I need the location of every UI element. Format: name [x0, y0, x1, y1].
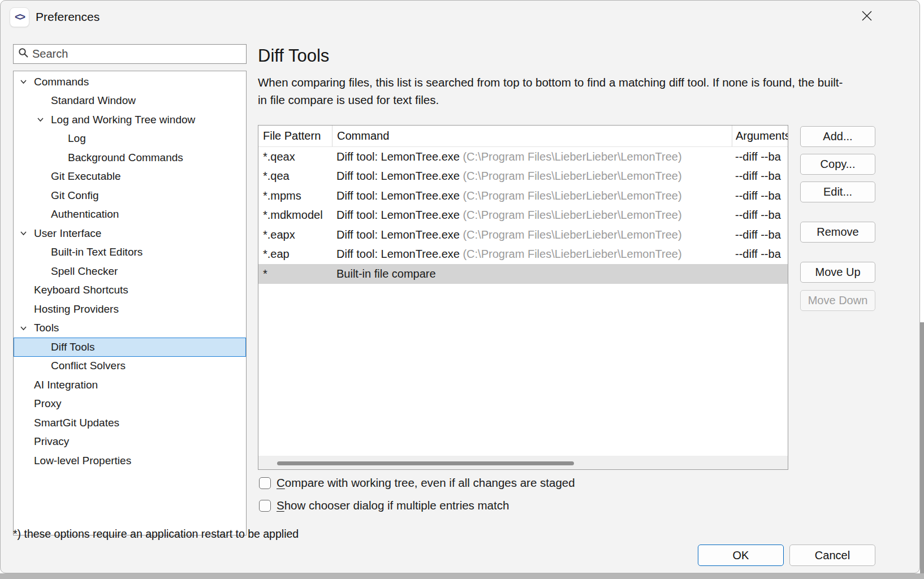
sidebar-item-diff-tools[interactable]: Diff Tools	[14, 338, 246, 357]
sidebar-item-log-and-working-tree-window[interactable]: Log and Working Tree window	[14, 110, 246, 129]
close-button[interactable]	[856, 6, 878, 28]
page-title: Diff Tools	[258, 46, 329, 66]
remove-button[interactable]: Remove	[800, 222, 875, 243]
close-icon	[861, 10, 873, 24]
add-button[interactable]: Add...	[800, 126, 875, 147]
sidebar-item-built-in-text-editors[interactable]: Built-in Text Editors	[14, 243, 246, 262]
search-box	[13, 44, 247, 64]
horizontal-scrollbar[interactable]	[258, 456, 788, 469]
checkbox-label: Show chooser dialog if multiple entries …	[277, 499, 509, 512]
column-header-command[interactable]: Command	[332, 126, 732, 146]
cancel-button[interactable]: Cancel	[789, 545, 875, 566]
sidebar-item-low-level-properties[interactable]: Low-level Properties	[14, 451, 246, 470]
sidebar-item-spell-checker[interactable]: Spell Checker	[14, 262, 246, 281]
sidebar-item-user-interface[interactable]: User Interface	[14, 224, 246, 243]
sidebar-item-log[interactable]: Log	[14, 129, 246, 149]
sidebar-item-smartgit-updates[interactable]: SmartGit Updates	[14, 413, 246, 433]
table-row[interactable]: *.eap Diff tool: LemonTree.exe (C:\Progr…	[258, 245, 788, 265]
ok-button[interactable]: OK	[698, 545, 784, 566]
sidebar-item-commands[interactable]: Commands	[14, 72, 246, 92]
search-icon	[18, 47, 29, 61]
search-input[interactable]	[32, 47, 236, 61]
diff-tools-table: File Pattern Command Arguments *.qeax Di…	[258, 125, 788, 470]
page-description: When comparing files, this list is searc…	[258, 74, 846, 109]
settings-tree: Commands Standard Window Log and Working…	[13, 71, 247, 535]
checkbox-icon[interactable]	[259, 500, 271, 512]
chevron-down-icon[interactable]	[36, 115, 51, 124]
preferences-dialog: <> Preferences Commands Standard Window …	[0, 0, 920, 573]
checkbox-icon[interactable]	[259, 477, 271, 489]
sidebar-item-standard-window[interactable]: Standard Window	[14, 92, 246, 111]
copy-button[interactable]: Copy...	[800, 154, 875, 175]
table-row[interactable]: *.mdkmodel Diff tool: LemonTree.exe (C:\…	[258, 206, 788, 226]
background-app-bottom	[0, 573, 924, 579]
sidebar-item-privacy[interactable]: Privacy	[14, 433, 246, 452]
sidebar-item-ai-integration[interactable]: AI Integration	[14, 375, 246, 395]
sidebar-item-git-executable[interactable]: Git Executable	[14, 167, 246, 187]
table-row-selected[interactable]: * Built-in file compare	[258, 264, 788, 284]
table-row[interactable]: *.eapx Diff tool: LemonTree.exe (C:\Prog…	[258, 225, 788, 245]
edit-button[interactable]: Edit...	[800, 182, 875, 202]
app-icon: <>	[10, 7, 29, 27]
checkbox-label: Compare with working tree, even if all c…	[277, 476, 575, 490]
sidebar-item-conflict-solvers[interactable]: Conflict Solvers	[14, 357, 246, 376]
chevron-down-icon[interactable]	[19, 77, 34, 86]
checkbox-show-chooser-dialog[interactable]: Show chooser dialog if multiple entries …	[259, 499, 509, 512]
sidebar-item-authentication[interactable]: Authentication	[14, 205, 246, 224]
sidebar-item-tools[interactable]: Tools	[14, 319, 246, 338]
table-row[interactable]: *.qeax Diff tool: LemonTree.exe (C:\Prog…	[258, 147, 788, 167]
background-app-edge	[920, 322, 924, 573]
sidebar-item-git-config[interactable]: Git Config	[14, 186, 246, 205]
move-up-button[interactable]: Move Up	[800, 262, 875, 283]
sidebar-item-keyboard-shortcuts[interactable]: Keyboard Shortcuts	[14, 281, 246, 300]
sidebar-item-background-commands[interactable]: Background Commands	[14, 148, 246, 167]
chevron-down-icon[interactable]	[19, 324, 34, 332]
column-header-arguments[interactable]: Arguments	[732, 126, 788, 146]
sidebar-item-proxy[interactable]: Proxy	[14, 395, 246, 414]
restart-footnote: *) these options require an application …	[13, 528, 299, 541]
window-title: Preferences	[36, 10, 100, 24]
scrollbar-thumb[interactable]	[277, 461, 574, 465]
table-header: File Pattern Command Arguments	[258, 126, 788, 147]
checkbox-compare-with-working-tree[interactable]: Compare with working tree, even if all c…	[259, 476, 575, 490]
move-down-button: Move Down	[800, 290, 875, 311]
sidebar-item-hosting-providers[interactable]: Hosting Providers	[14, 300, 246, 319]
column-header-file-pattern[interactable]: File Pattern	[258, 126, 332, 146]
table-row[interactable]: *.qea Diff tool: LemonTree.exe (C:\Progr…	[258, 167, 788, 187]
chevron-down-icon[interactable]	[19, 229, 34, 237]
table-row[interactable]: *.mpms Diff tool: LemonTree.exe (C:\Prog…	[258, 186, 788, 206]
